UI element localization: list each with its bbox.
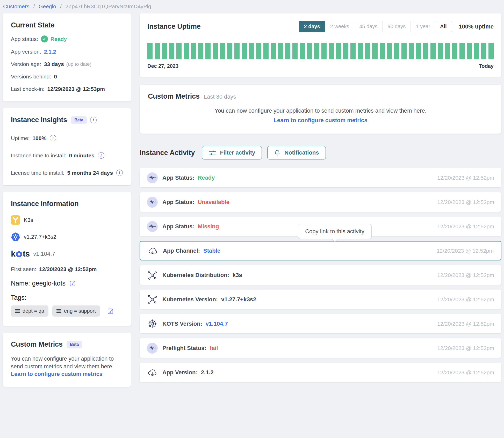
current-state-card: Current State App status: ✓ Ready App ve…: [3, 13, 131, 101]
uptime-end-label: Today: [479, 63, 494, 69]
activity-value: fail: [210, 345, 218, 352]
name-label: Name:: [11, 280, 30, 287]
instance-uptime-card: Instance Uptime 2 days2 weeks45 days90 d…: [140, 13, 501, 77]
activity-row[interactable]: App Channel:Stable12/20/2023 @ 12:52pmCo…: [140, 241, 501, 260]
uptime-bar: [452, 43, 457, 59]
edit-name-icon[interactable]: [69, 280, 76, 287]
activity-row[interactable]: App Status:Ready12/20/2023 @ 12:52pm: [140, 168, 501, 187]
info-icon[interactable]: i: [90, 117, 97, 123]
breadcrumb-separator: /: [60, 3, 62, 9]
first-seen-label: First seen:: [11, 266, 36, 272]
activity-row[interactable]: App Version:2.1.212/20/2023 @ 12:52pm: [140, 363, 501, 382]
instance-name-row: Name: geeglo-kots: [11, 280, 123, 287]
activity-row[interactable]: Preflight Status:fail12/20/2023 @ 12:52p…: [140, 338, 501, 358]
activity-label: App Status:: [162, 223, 194, 230]
uptime-bar: [350, 43, 356, 59]
activity-row[interactable]: Kubernetes Distribution:k3s12/20/2023 @ …: [140, 265, 501, 285]
uptime-range-tab[interactable]: 2 weeks: [325, 21, 354, 32]
uptime-bar: [184, 43, 189, 59]
version-age-value: 33 days: [44, 61, 64, 67]
uptime-bar: [467, 43, 472, 59]
uptime-range-tab[interactable]: 2 days: [299, 21, 325, 32]
uptime-bar: [416, 43, 421, 59]
uptime-bar: [271, 43, 276, 59]
activity-value: Ready: [198, 174, 215, 181]
breadcrumb-separator: /: [33, 3, 35, 9]
instance-uptime-title: Instance Uptime: [147, 23, 201, 31]
cloud-download-icon: [147, 367, 158, 378]
breadcrumb: Customers / Geeglo / 2Zp47LhR3CqTQParvNc…: [0, 0, 504, 13]
kubernetes-network-icon: [147, 294, 158, 305]
last-checkin-value: 12/29/2023 @ 12:53pm: [47, 86, 105, 92]
activity-list: App Status:Ready12/20/2023 @ 12:52pmApp …: [140, 168, 501, 382]
uptime-bar: [292, 43, 298, 59]
current-state-title: Current State: [11, 21, 123, 29]
uptime-bar: [445, 43, 450, 59]
sliders-icon: [209, 150, 216, 156]
cloud-download-icon: [147, 245, 158, 256]
uptime-bar: [227, 43, 232, 59]
uptime-bar: [336, 43, 341, 59]
license-tti-value: 5 months 24 days: [67, 170, 113, 176]
kubernetes-icon: [11, 232, 20, 242]
activity-label: App Status:: [162, 174, 194, 181]
activity-value: Missing: [198, 223, 219, 230]
uptime-range-tab[interactable]: 45 days: [354, 21, 382, 32]
activity-timestamp: 12/20/2023 @ 12:52pm: [437, 296, 494, 303]
activity-value: k3s: [233, 272, 242, 279]
activity-value: Unavailable: [198, 199, 229, 206]
last-checkin-label: Last check-in:: [11, 86, 45, 92]
activity-row[interactable]: KOTS Version:v1.104.712/20/2023 @ 12:52p…: [140, 314, 501, 333]
uptime-bar-chart: [147, 43, 494, 59]
uptime-bar: [401, 43, 407, 59]
first-seen-value: 12/20/2023 @ 12:52pm: [39, 266, 97, 272]
filter-activity-button[interactable]: Filter activity: [202, 146, 262, 159]
kots-o-icon: [16, 251, 23, 258]
breadcrumb-customers-link[interactable]: Customers: [3, 3, 30, 9]
breadcrumb-customer-link[interactable]: Geeglo: [39, 3, 56, 9]
uptime-bar: [372, 43, 377, 59]
configure-metrics-link[interactable]: Learn to configure custom metrics: [11, 371, 103, 377]
version-age-label: Version age:: [11, 61, 41, 67]
name-value: geeglo-kots: [32, 280, 66, 287]
uptime-bar: [343, 43, 348, 59]
beta-badge: Beta: [67, 341, 82, 348]
notifications-button[interactable]: Notifications: [267, 146, 326, 159]
info-icon[interactable]: i: [50, 135, 56, 141]
uptime-bar: [147, 43, 153, 59]
uptime-bar: [365, 43, 370, 59]
tag-pill: dept = qa: [11, 305, 48, 317]
uptime-bar: [198, 43, 203, 59]
pulse-icon: [147, 197, 158, 208]
uptime-label: Uptime:: [11, 135, 30, 141]
app-version-link[interactable]: 2.1.2: [44, 49, 56, 55]
uptime-bar: [300, 43, 305, 59]
activity-value: Stable: [203, 247, 220, 254]
uptime-bar: [481, 43, 486, 59]
activity-row[interactable]: Kubernetes Version:v1.27.7+k3s212/20/202…: [140, 290, 501, 309]
info-icon[interactable]: i: [98, 152, 104, 159]
uptime-bar: [430, 43, 436, 59]
uptime-bar: [155, 43, 160, 59]
uptime-range-tab[interactable]: 90 days: [382, 21, 411, 32]
uptime-bar: [176, 43, 182, 59]
configure-metrics-link[interactable]: Learn to configure custom metrics: [148, 117, 493, 124]
uptime-bar: [314, 43, 319, 59]
instance-information-card: Instance Information K3s v1.27.7+k3s2 kt…: [3, 192, 131, 326]
uptime-bar: [191, 43, 196, 59]
activity-row[interactable]: App Status:Unavailable12/20/2023 @ 12:52…: [140, 192, 501, 212]
activity-label: App Channel:: [163, 247, 200, 254]
kots-logo: kts: [11, 249, 30, 259]
tag-pill: eng = support: [52, 305, 100, 317]
edit-tags-icon[interactable]: [107, 308, 114, 315]
info-icon[interactable]: i: [116, 170, 123, 176]
distribution-value: K3s: [24, 217, 33, 223]
activity-label: Preflight Status:: [162, 345, 206, 352]
uptime-value: 100%: [32, 135, 46, 141]
uptime-bar: [474, 43, 479, 59]
custom-metrics-subtitle: Last 30 days: [204, 93, 236, 100]
tooltip-caret: [332, 236, 338, 242]
uptime-range-tab[interactable]: All: [435, 21, 452, 32]
activity-value: v1.27.7+k3s2: [221, 296, 256, 303]
uptime-range-tab[interactable]: 1 year: [411, 21, 435, 32]
